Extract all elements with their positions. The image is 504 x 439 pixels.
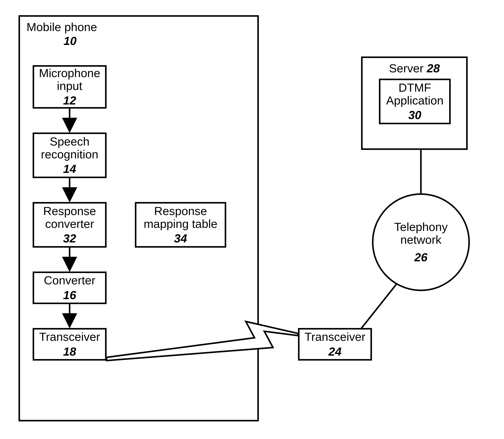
microphone-line2: input bbox=[57, 80, 82, 92]
svg-line-5 bbox=[361, 283, 397, 329]
mobile-phone-title: Mobile phone bbox=[26, 20, 97, 34]
converter-line1: Converter bbox=[44, 274, 95, 287]
telephony-line1: Telephony bbox=[394, 220, 448, 233]
server-num: 28 bbox=[427, 62, 440, 75]
microphone-line1: Microphone bbox=[39, 67, 100, 80]
speech-line2: recognition bbox=[41, 148, 98, 161]
dtmf-line2: Application bbox=[386, 94, 443, 107]
microphone-input-box: Microphone input 12 bbox=[33, 65, 107, 109]
telephony-line2: network bbox=[400, 233, 441, 246]
dtmf-line1: DTMF bbox=[399, 81, 431, 94]
transceiver18-num: 18 bbox=[63, 345, 76, 358]
speech-recognition-box: Speech recognition 14 bbox=[33, 133, 107, 178]
respconv-line2: converter bbox=[45, 218, 94, 230]
transceiver-18-box: Transceiver 18 bbox=[33, 328, 107, 361]
speech-num: 14 bbox=[63, 162, 76, 175]
converter-box: Converter 16 bbox=[33, 271, 107, 304]
mobile-phone-num: 10 bbox=[64, 34, 77, 47]
respconv-num: 32 bbox=[63, 232, 76, 245]
transceiver-24-box: Transceiver 24 bbox=[298, 328, 372, 361]
telephony-network-circle: Telephony network 26 bbox=[372, 193, 470, 291]
dtmf-num: 30 bbox=[408, 108, 421, 122]
diagram-canvas: Mobile phone 10 Microphone input 12 Spee… bbox=[0, 0, 504, 439]
response-mapping-table-box: Response mapping table 34 bbox=[135, 202, 226, 248]
dtmf-application-box: DTMF Application 30 bbox=[379, 79, 451, 124]
transceiver24-line1: Transceiver bbox=[305, 330, 365, 343]
server-box: Server 28 DTMF Application 30 bbox=[361, 57, 468, 150]
speech-line1: Speech bbox=[50, 135, 90, 148]
respmap-num: 34 bbox=[174, 232, 187, 245]
server-title: Server bbox=[389, 62, 427, 75]
transceiver24-num: 24 bbox=[328, 345, 341, 358]
telephony-num: 26 bbox=[414, 250, 427, 264]
converter-num: 16 bbox=[63, 288, 76, 302]
transceiver18-line1: Transceiver bbox=[39, 330, 100, 343]
respconv-line1: Response bbox=[43, 205, 96, 218]
respmap-line1: Response bbox=[154, 205, 207, 218]
response-converter-box: Response converter 32 bbox=[33, 202, 107, 248]
microphone-num: 12 bbox=[63, 94, 76, 107]
respmap-line2: mapping table bbox=[143, 218, 217, 230]
